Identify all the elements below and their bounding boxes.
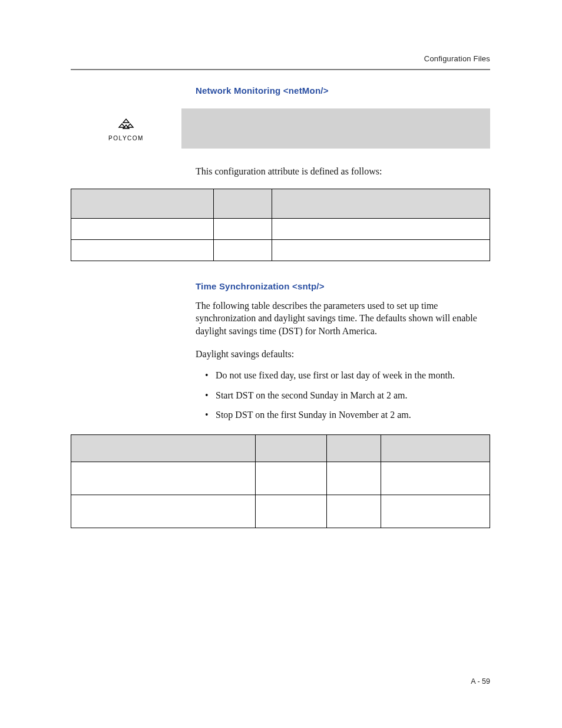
table-header-cell — [272, 189, 490, 218]
table-cell — [71, 495, 256, 528]
table-cell — [326, 495, 381, 528]
page-content: Configuration Files Network Monitoring <… — [71, 54, 490, 528]
table-cell — [381, 495, 490, 528]
list-item: Do not use fixed day, use first or last … — [207, 369, 490, 382]
table-row — [71, 495, 490, 528]
polycom-mark-icon — [117, 118, 135, 133]
netmon-intro-text: This configuration attribute is defined … — [196, 165, 490, 178]
table-header-row — [71, 189, 490, 218]
table-header-cell — [71, 189, 214, 218]
table-cell — [213, 239, 272, 261]
table-cell — [71, 239, 214, 261]
dst-bullet-list: Do not use fixed day, use first or last … — [207, 369, 490, 421]
note-logo-cell: POLYCOM — [71, 108, 181, 149]
svg-marker-0 — [123, 119, 129, 123]
list-item: Stop DST on the first Sunday in November… — [207, 409, 490, 421]
sntp-paragraph: The following table describes the parame… — [196, 299, 490, 338]
table-header-cell — [326, 434, 381, 462]
table-cell — [255, 462, 326, 495]
note-block: POLYCOM — [71, 108, 490, 149]
running-head: Configuration Files — [71, 54, 490, 63]
table-cell — [71, 218, 214, 239]
list-item: Start DST on the second Sunday in March … — [207, 389, 490, 402]
table-row — [71, 462, 490, 495]
svg-marker-1 — [119, 124, 125, 127]
table-header-cell — [381, 434, 490, 462]
page-number: A - 59 — [471, 677, 490, 686]
table-cell — [213, 218, 272, 239]
table-header-cell — [71, 434, 256, 462]
table-cell — [381, 462, 490, 495]
note-body — [181, 108, 490, 149]
header-rule — [71, 69, 490, 70]
table-cell — [255, 495, 326, 528]
table-header-cell — [255, 434, 326, 462]
table-row — [71, 218, 490, 239]
table-row — [71, 239, 490, 261]
sntp-parameter-table — [71, 434, 490, 528]
polycom-wordmark: POLYCOM — [108, 135, 144, 141]
table-cell — [71, 462, 256, 495]
section-title-netmon: Network Monitoring <netMon/> — [196, 85, 490, 95]
svg-marker-2 — [127, 124, 133, 127]
polycom-logo: POLYCOM — [108, 118, 144, 141]
table-cell — [272, 218, 490, 239]
table-cell — [326, 462, 381, 495]
table-header-row — [71, 434, 490, 462]
dst-defaults-label: Daylight savings defaults: — [196, 348, 490, 361]
netmon-attribute-table — [71, 189, 490, 261]
section-title-sntp: Time Synchronization <sntp/> — [196, 281, 490, 291]
table-cell — [272, 239, 490, 261]
table-header-cell — [213, 189, 272, 218]
